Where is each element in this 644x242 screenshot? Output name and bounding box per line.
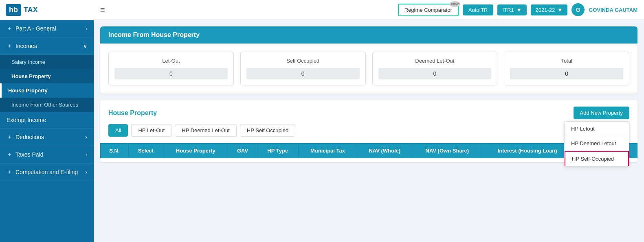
sidebar-item-income-other-sources[interactable]: Income From Other Sources xyxy=(0,98,94,112)
logo-tax: TAX xyxy=(24,6,38,14)
label-total: Total xyxy=(510,58,623,64)
card-body-summary: Let-Out Self Occupied Deemed Let-Out xyxy=(100,44,637,94)
house-property-card: House Property Add New Property HP Letou… xyxy=(100,100,637,162)
filter-tabs: All HP Let-Out HP Deemed Let-Out HP Self… xyxy=(100,124,637,143)
th-hp-type: HP Type xyxy=(257,144,298,158)
input-letout[interactable] xyxy=(114,68,228,79)
sidebar-label-taxes: Taxes Paid xyxy=(15,151,43,158)
dropdown-hp-deemed-letout[interactable]: HP Deemed Letout xyxy=(565,136,629,151)
add-property-dropdown: HP Letout HP Deemed Letout HP Self-Occup… xyxy=(564,121,629,166)
input-deemed-letout[interactable] xyxy=(378,68,492,79)
sidebar-label-salary: Salary Income xyxy=(11,59,45,65)
house-property-table-wrapper: S.N. Select House Property GAV HP Type M… xyxy=(100,143,637,162)
summary-letout: Let-Out xyxy=(108,52,234,85)
filter-tab-hp-let-out[interactable]: HP Let-Out xyxy=(131,124,171,137)
th-gav: GAV xyxy=(228,144,257,158)
sidebar-label-deductions: Deductions xyxy=(15,134,44,140)
dropdown-hp-self-occupied[interactable]: HP Self-Occupied xyxy=(565,151,629,166)
input-self-occupied[interactable] xyxy=(246,68,360,79)
label-self-occupied: Self Occupied xyxy=(246,58,360,64)
chevron-down-icon-itr: ▼ xyxy=(517,7,522,13)
chevron-right-icon-deductions: › xyxy=(85,134,87,140)
th-nav-own-share: NAV (Own Share) xyxy=(412,144,482,158)
filter-tab-hp-self-occupied[interactable]: HP Self Occupied xyxy=(240,124,295,137)
chevron-down-icon-year: ▼ xyxy=(557,7,563,13)
th-nav-whole: NAV (Whole) xyxy=(357,144,412,158)
regime-comparator-button[interactable]: New Regime Comparator xyxy=(398,4,459,16)
house-property-section-header: House Property Add New Property HP Letou… xyxy=(100,100,637,124)
sidebar-item-computation[interactable]: ＋ Computation and E-filing › xyxy=(0,164,94,181)
content-area: Income From House Property Let-Out Self … xyxy=(94,20,644,242)
chevron-right-icon-taxes: › xyxy=(85,151,87,158)
logo-hb: hb xyxy=(6,4,21,16)
chevron-right-icon-computation: › xyxy=(85,169,87,175)
sidebar: hb TAX ＋ Part A - General › ＋ Incomes ∨ … xyxy=(0,0,94,242)
card-header-income: Income From House Property xyxy=(100,26,637,44)
th-interest-housing-loan: Interest (Housing Loan) xyxy=(482,144,573,158)
sidebar-label-house-property-child: House Property xyxy=(8,87,48,94)
sidebar-item-house-property-child[interactable]: House Property xyxy=(0,83,94,98)
sidebar-label-computation: Computation and E-filing xyxy=(15,169,78,175)
plus-icon-computation: ＋ xyxy=(7,168,12,176)
input-total[interactable] xyxy=(510,68,623,79)
label-letout: Let-Out xyxy=(114,58,228,64)
hamburger-menu[interactable]: ≡ xyxy=(100,5,105,15)
sidebar-item-salary-income[interactable]: Salary Income xyxy=(0,55,94,69)
sidebar-item-taxes-paid[interactable]: ＋ Taxes Paid › xyxy=(0,146,94,164)
sidebar-label-house-property-parent: House Property xyxy=(11,73,51,79)
plus-icon: ＋ xyxy=(7,25,12,32)
dropdown-hp-letout[interactable]: HP Letout xyxy=(565,122,629,136)
filter-tab-all[interactable]: All xyxy=(108,124,128,137)
label-deemed-letout: Deemed Let-Out xyxy=(378,58,492,64)
header: ≡ New Regime Comparator AutoITR ITR1 ▼ 2… xyxy=(94,0,644,20)
sidebar-logo: hb TAX xyxy=(0,0,94,20)
th-municipal-tax: Municipal Tax xyxy=(298,144,357,158)
th-sn: S.N. xyxy=(101,144,129,158)
user-name: GOVINDA GAUTAM xyxy=(589,7,637,13)
income-house-property-card: Income From House Property Let-Out Self … xyxy=(100,26,637,94)
plus-icon-taxes: ＋ xyxy=(7,151,12,158)
add-new-property-wrapper: Add New Property HP Letout HP Deemed Let… xyxy=(574,107,630,119)
house-property-section-title: House Property xyxy=(108,109,157,117)
summary-grid: Let-Out Self Occupied Deemed Let-Out xyxy=(108,52,629,85)
filter-tab-hp-deemed-let-out[interactable]: HP Deemed Let-Out xyxy=(175,124,237,137)
autoimport-button[interactable]: AutoITR xyxy=(463,4,494,15)
itr-button[interactable]: ITR1 ▼ xyxy=(497,4,526,15)
table-header-row: S.N. Select House Property GAV HP Type M… xyxy=(101,144,637,158)
th-select: Select xyxy=(128,144,163,158)
chevron-right-icon: › xyxy=(85,25,87,32)
sidebar-item-house-property-parent[interactable]: House Property xyxy=(0,69,94,83)
add-new-property-button[interactable]: Add New Property xyxy=(574,107,630,119)
chevron-down-icon-incomes: ∨ xyxy=(83,43,87,49)
sidebar-item-deductions[interactable]: ＋ Deductions › xyxy=(0,129,94,146)
summary-self-occupied: Self Occupied xyxy=(240,52,366,85)
summary-total: Total xyxy=(504,52,629,85)
summary-deemed-letout: Deemed Let-Out xyxy=(372,52,498,85)
sidebar-label-part-a: Part A - General xyxy=(15,25,56,32)
year-button[interactable]: 2021-22 ▼ xyxy=(531,4,568,15)
plus-icon-deductions: ＋ xyxy=(7,133,12,141)
sidebar-item-incomes[interactable]: ＋ Incomes ∨ xyxy=(0,37,94,55)
sidebar-label-exempt: Exempt Income xyxy=(7,117,46,123)
sidebar-item-part-a[interactable]: ＋ Part A - General › xyxy=(0,20,94,37)
plus-icon-incomes: ＋ xyxy=(7,42,12,50)
main-area: ≡ New Regime Comparator AutoITR ITR1 ▼ 2… xyxy=(94,0,644,242)
avatar: G xyxy=(571,3,585,16)
sidebar-label-other-sources: Income From Other Sources xyxy=(11,102,78,108)
new-badge: New xyxy=(450,1,460,7)
house-property-table: S.N. Select House Property GAV HP Type M… xyxy=(100,143,637,158)
sidebar-item-exempt-income[interactable]: Exempt Income xyxy=(0,112,94,129)
sidebar-label-incomes: Incomes xyxy=(15,43,37,49)
th-house-property: House Property xyxy=(163,144,228,158)
